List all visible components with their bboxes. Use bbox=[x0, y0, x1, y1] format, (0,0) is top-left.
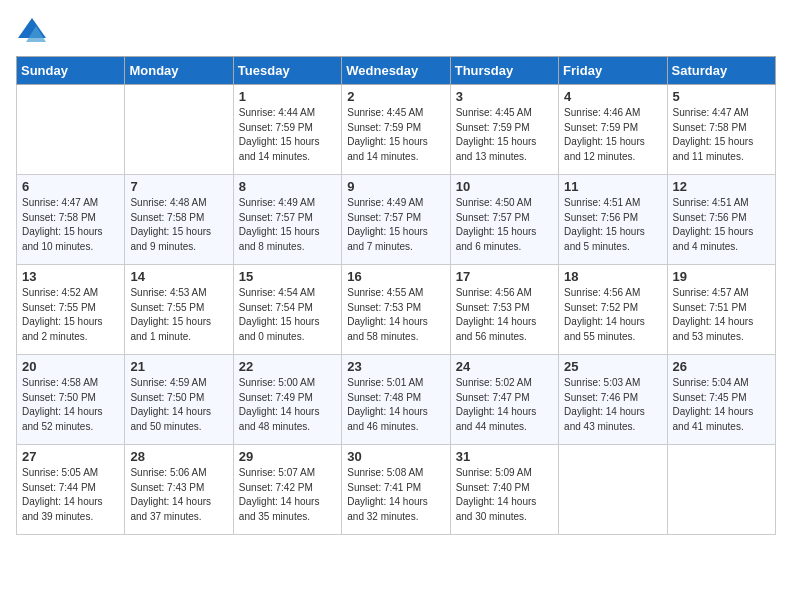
day-cell: 3Sunrise: 4:45 AM Sunset: 7:59 PM Daylig… bbox=[450, 85, 558, 175]
col-header-friday: Friday bbox=[559, 57, 667, 85]
day-number: 17 bbox=[456, 269, 553, 284]
day-number: 2 bbox=[347, 89, 444, 104]
day-number: 23 bbox=[347, 359, 444, 374]
day-cell: 10Sunrise: 4:50 AM Sunset: 7:57 PM Dayli… bbox=[450, 175, 558, 265]
day-cell: 27Sunrise: 5:05 AM Sunset: 7:44 PM Dayli… bbox=[17, 445, 125, 535]
day-cell: 14Sunrise: 4:53 AM Sunset: 7:55 PM Dayli… bbox=[125, 265, 233, 355]
day-number: 30 bbox=[347, 449, 444, 464]
col-header-monday: Monday bbox=[125, 57, 233, 85]
day-content: Sunrise: 5:03 AM Sunset: 7:46 PM Dayligh… bbox=[564, 376, 661, 434]
day-content: Sunrise: 5:08 AM Sunset: 7:41 PM Dayligh… bbox=[347, 466, 444, 524]
day-content: Sunrise: 4:45 AM Sunset: 7:59 PM Dayligh… bbox=[456, 106, 553, 164]
day-number: 13 bbox=[22, 269, 119, 284]
day-number: 25 bbox=[564, 359, 661, 374]
week-row-3: 13Sunrise: 4:52 AM Sunset: 7:55 PM Dayli… bbox=[17, 265, 776, 355]
day-number: 9 bbox=[347, 179, 444, 194]
day-cell: 22Sunrise: 5:00 AM Sunset: 7:49 PM Dayli… bbox=[233, 355, 341, 445]
day-cell: 29Sunrise: 5:07 AM Sunset: 7:42 PM Dayli… bbox=[233, 445, 341, 535]
day-cell: 30Sunrise: 5:08 AM Sunset: 7:41 PM Dayli… bbox=[342, 445, 450, 535]
day-content: Sunrise: 5:07 AM Sunset: 7:42 PM Dayligh… bbox=[239, 466, 336, 524]
day-cell: 21Sunrise: 4:59 AM Sunset: 7:50 PM Dayli… bbox=[125, 355, 233, 445]
day-cell: 6Sunrise: 4:47 AM Sunset: 7:58 PM Daylig… bbox=[17, 175, 125, 265]
day-cell: 25Sunrise: 5:03 AM Sunset: 7:46 PM Dayli… bbox=[559, 355, 667, 445]
day-content: Sunrise: 5:01 AM Sunset: 7:48 PM Dayligh… bbox=[347, 376, 444, 434]
day-content: Sunrise: 4:46 AM Sunset: 7:59 PM Dayligh… bbox=[564, 106, 661, 164]
day-cell: 8Sunrise: 4:49 AM Sunset: 7:57 PM Daylig… bbox=[233, 175, 341, 265]
day-content: Sunrise: 4:59 AM Sunset: 7:50 PM Dayligh… bbox=[130, 376, 227, 434]
day-number: 3 bbox=[456, 89, 553, 104]
day-number: 22 bbox=[239, 359, 336, 374]
day-number: 29 bbox=[239, 449, 336, 464]
day-cell: 13Sunrise: 4:52 AM Sunset: 7:55 PM Dayli… bbox=[17, 265, 125, 355]
page-header bbox=[16, 16, 776, 44]
day-number: 15 bbox=[239, 269, 336, 284]
day-cell: 20Sunrise: 4:58 AM Sunset: 7:50 PM Dayli… bbox=[17, 355, 125, 445]
day-content: Sunrise: 4:50 AM Sunset: 7:57 PM Dayligh… bbox=[456, 196, 553, 254]
day-cell: 9Sunrise: 4:49 AM Sunset: 7:57 PM Daylig… bbox=[342, 175, 450, 265]
day-cell bbox=[559, 445, 667, 535]
day-content: Sunrise: 4:51 AM Sunset: 7:56 PM Dayligh… bbox=[673, 196, 770, 254]
day-cell: 23Sunrise: 5:01 AM Sunset: 7:48 PM Dayli… bbox=[342, 355, 450, 445]
day-number: 12 bbox=[673, 179, 770, 194]
day-cell: 26Sunrise: 5:04 AM Sunset: 7:45 PM Dayli… bbox=[667, 355, 775, 445]
week-row-2: 6Sunrise: 4:47 AM Sunset: 7:58 PM Daylig… bbox=[17, 175, 776, 265]
day-content: Sunrise: 4:44 AM Sunset: 7:59 PM Dayligh… bbox=[239, 106, 336, 164]
day-number: 10 bbox=[456, 179, 553, 194]
week-row-5: 27Sunrise: 5:05 AM Sunset: 7:44 PM Dayli… bbox=[17, 445, 776, 535]
day-number: 11 bbox=[564, 179, 661, 194]
day-content: Sunrise: 4:47 AM Sunset: 7:58 PM Dayligh… bbox=[22, 196, 119, 254]
day-cell: 1Sunrise: 4:44 AM Sunset: 7:59 PM Daylig… bbox=[233, 85, 341, 175]
day-cell: 19Sunrise: 4:57 AM Sunset: 7:51 PM Dayli… bbox=[667, 265, 775, 355]
day-number: 1 bbox=[239, 89, 336, 104]
day-content: Sunrise: 4:47 AM Sunset: 7:58 PM Dayligh… bbox=[673, 106, 770, 164]
logo bbox=[16, 16, 52, 44]
day-content: Sunrise: 4:49 AM Sunset: 7:57 PM Dayligh… bbox=[347, 196, 444, 254]
day-content: Sunrise: 4:52 AM Sunset: 7:55 PM Dayligh… bbox=[22, 286, 119, 344]
day-number: 14 bbox=[130, 269, 227, 284]
calendar-table: SundayMondayTuesdayWednesdayThursdayFrid… bbox=[16, 56, 776, 535]
day-content: Sunrise: 5:00 AM Sunset: 7:49 PM Dayligh… bbox=[239, 376, 336, 434]
week-row-1: 1Sunrise: 4:44 AM Sunset: 7:59 PM Daylig… bbox=[17, 85, 776, 175]
day-content: Sunrise: 4:53 AM Sunset: 7:55 PM Dayligh… bbox=[130, 286, 227, 344]
day-content: Sunrise: 5:06 AM Sunset: 7:43 PM Dayligh… bbox=[130, 466, 227, 524]
col-header-thursday: Thursday bbox=[450, 57, 558, 85]
day-cell: 15Sunrise: 4:54 AM Sunset: 7:54 PM Dayli… bbox=[233, 265, 341, 355]
day-content: Sunrise: 4:51 AM Sunset: 7:56 PM Dayligh… bbox=[564, 196, 661, 254]
week-row-4: 20Sunrise: 4:58 AM Sunset: 7:50 PM Dayli… bbox=[17, 355, 776, 445]
day-cell: 17Sunrise: 4:56 AM Sunset: 7:53 PM Dayli… bbox=[450, 265, 558, 355]
day-number: 4 bbox=[564, 89, 661, 104]
header-row: SundayMondayTuesdayWednesdayThursdayFrid… bbox=[17, 57, 776, 85]
day-content: Sunrise: 4:48 AM Sunset: 7:58 PM Dayligh… bbox=[130, 196, 227, 254]
day-content: Sunrise: 4:49 AM Sunset: 7:57 PM Dayligh… bbox=[239, 196, 336, 254]
day-cell: 16Sunrise: 4:55 AM Sunset: 7:53 PM Dayli… bbox=[342, 265, 450, 355]
day-content: Sunrise: 4:58 AM Sunset: 7:50 PM Dayligh… bbox=[22, 376, 119, 434]
day-cell: 24Sunrise: 5:02 AM Sunset: 7:47 PM Dayli… bbox=[450, 355, 558, 445]
day-cell bbox=[667, 445, 775, 535]
day-number: 19 bbox=[673, 269, 770, 284]
day-cell: 12Sunrise: 4:51 AM Sunset: 7:56 PM Dayli… bbox=[667, 175, 775, 265]
day-content: Sunrise: 4:55 AM Sunset: 7:53 PM Dayligh… bbox=[347, 286, 444, 344]
day-cell: 18Sunrise: 4:56 AM Sunset: 7:52 PM Dayli… bbox=[559, 265, 667, 355]
day-content: Sunrise: 4:56 AM Sunset: 7:53 PM Dayligh… bbox=[456, 286, 553, 344]
day-number: 18 bbox=[564, 269, 661, 284]
day-cell: 2Sunrise: 4:45 AM Sunset: 7:59 PM Daylig… bbox=[342, 85, 450, 175]
day-cell: 7Sunrise: 4:48 AM Sunset: 7:58 PM Daylig… bbox=[125, 175, 233, 265]
logo-icon bbox=[16, 16, 48, 44]
col-header-saturday: Saturday bbox=[667, 57, 775, 85]
col-header-tuesday: Tuesday bbox=[233, 57, 341, 85]
day-content: Sunrise: 4:45 AM Sunset: 7:59 PM Dayligh… bbox=[347, 106, 444, 164]
day-number: 16 bbox=[347, 269, 444, 284]
day-number: 24 bbox=[456, 359, 553, 374]
day-cell: 11Sunrise: 4:51 AM Sunset: 7:56 PM Dayli… bbox=[559, 175, 667, 265]
day-number: 28 bbox=[130, 449, 227, 464]
day-number: 27 bbox=[22, 449, 119, 464]
day-cell: 4Sunrise: 4:46 AM Sunset: 7:59 PM Daylig… bbox=[559, 85, 667, 175]
day-cell bbox=[17, 85, 125, 175]
day-number: 31 bbox=[456, 449, 553, 464]
day-number: 5 bbox=[673, 89, 770, 104]
day-number: 8 bbox=[239, 179, 336, 194]
day-content: Sunrise: 5:09 AM Sunset: 7:40 PM Dayligh… bbox=[456, 466, 553, 524]
day-number: 21 bbox=[130, 359, 227, 374]
day-content: Sunrise: 4:54 AM Sunset: 7:54 PM Dayligh… bbox=[239, 286, 336, 344]
day-number: 20 bbox=[22, 359, 119, 374]
